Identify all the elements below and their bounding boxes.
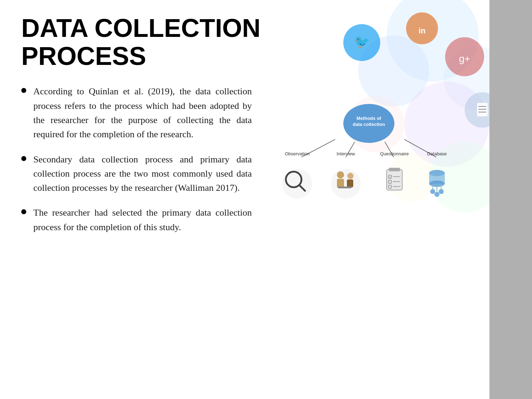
svg-point-29 [347,173,354,179]
bullet-text-1: According to Quinlan et al. (2019), the … [33,84,252,142]
bullet-text-3: The researcher had selected the primary … [33,206,252,234]
svg-text:✓: ✓ [389,176,391,179]
svg-rect-14 [477,103,488,116]
bullet-item-2: Secondary data collection process and pr… [21,153,252,195]
svg-rect-28 [337,179,344,188]
svg-rect-31 [338,187,351,188]
branch-label-database: Database [427,151,447,156]
title-line2: PROCESS [21,42,146,70]
title-line1: DATA COLLECTION [21,14,261,42]
svg-point-27 [337,171,344,178]
svg-rect-39 [388,185,392,188]
bullet-item-3: The researcher had selected the primary … [21,206,252,234]
main-content: 🐦 in g+ DATA COLLECTION PROCESS Accordin… [0,0,489,399]
sidebar [489,0,532,399]
svg-point-43 [429,181,445,187]
bullet-dot-2 [21,156,26,161]
content-area: According to Quinlan et al. (2019), the … [21,84,472,245]
methods-diagram: Methods of data collection Observation I… [273,99,465,231]
svg-rect-37 [388,180,392,183]
svg-point-44 [430,189,435,194]
bullet-item-1: According to Quinlan et al. (2019), the … [21,84,252,142]
branch-label-questionnaire: Questionnaire [380,151,409,156]
main-title: DATA COLLECTION PROCESS [21,14,472,70]
svg-point-46 [439,189,444,194]
svg-point-26 [331,169,361,199]
diagram-column: Methods of data collection Observation I… [266,84,472,245]
branch-label-observation: Observation [285,151,310,156]
bullet-dot-3 [21,209,26,214]
svg-rect-33 [389,168,400,171]
bullet-dot-1 [21,88,26,93]
bullet-text-2: Secondary data collection process and pr… [33,153,252,195]
center-label-line2: data collection [353,122,385,127]
svg-rect-30 [347,179,353,187]
svg-point-45 [434,192,439,197]
title-section: DATA COLLECTION PROCESS [21,14,472,70]
branch-label-interview: Interview [337,151,355,156]
text-column: According to Quinlan et al. (2019), the … [21,84,252,245]
methods-svg: Methods of data collection Observation I… [273,99,465,230]
center-label-line1: Methods of [356,116,381,121]
